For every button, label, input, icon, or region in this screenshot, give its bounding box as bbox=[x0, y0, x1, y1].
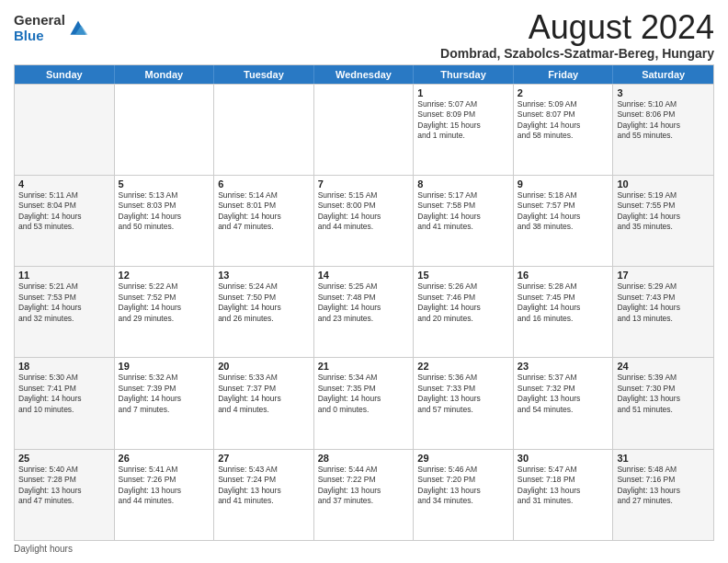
weekday-header: Wednesday bbox=[314, 65, 415, 84]
day-info: Sunrise: 5:48 AM Sunset: 7:16 PM Dayligh… bbox=[617, 465, 710, 507]
day-number: 6 bbox=[218, 178, 310, 190]
day-info: Sunrise: 5:14 AM Sunset: 8:01 PM Dayligh… bbox=[218, 190, 310, 233]
calendar-day-cell: 17Sunrise: 5:29 AM Sunset: 7:43 PM Dayli… bbox=[613, 267, 713, 357]
day-info: Sunrise: 5:44 AM Sunset: 7:22 PM Dayligh… bbox=[318, 465, 410, 507]
weekday-header: Monday bbox=[115, 65, 215, 84]
calendar-day-cell: 19Sunrise: 5:32 AM Sunset: 7:39 PM Dayli… bbox=[115, 358, 215, 448]
weekday-header: Thursday bbox=[414, 65, 514, 84]
day-info: Sunrise: 5:22 AM Sunset: 7:52 PM Dayligh… bbox=[119, 282, 210, 324]
calendar-day-cell: 26Sunrise: 5:41 AM Sunset: 7:26 PM Dayli… bbox=[115, 450, 215, 540]
weekday-header: Tuesday bbox=[214, 65, 314, 84]
calendar-day-cell: 29Sunrise: 5:46 AM Sunset: 7:20 PM Dayli… bbox=[414, 450, 514, 540]
page: General Blue August 2024 Dombrad, Szabol… bbox=[0, 0, 728, 563]
day-number: 5 bbox=[119, 178, 210, 190]
calendar-day-cell: 21Sunrise: 5:34 AM Sunset: 7:35 PM Dayli… bbox=[314, 358, 415, 448]
day-number: 30 bbox=[518, 453, 609, 464]
day-info: Sunrise: 5:18 AM Sunset: 7:57 PM Dayligh… bbox=[518, 190, 609, 233]
calendar-day-cell: 31Sunrise: 5:48 AM Sunset: 7:16 PM Dayli… bbox=[613, 450, 713, 540]
day-info: Sunrise: 5:29 AM Sunset: 7:43 PM Dayligh… bbox=[617, 282, 710, 324]
calendar-day-cell: 10Sunrise: 5:19 AM Sunset: 7:55 PM Dayli… bbox=[613, 176, 713, 266]
day-number: 27 bbox=[218, 453, 310, 464]
calendar-empty-cell bbox=[214, 85, 314, 175]
calendar-day-cell: 13Sunrise: 5:24 AM Sunset: 7:50 PM Dayli… bbox=[214, 267, 314, 357]
footer-note: Daylight hours bbox=[14, 541, 714, 554]
calendar-week-row: 18Sunrise: 5:30 AM Sunset: 7:41 PM Dayli… bbox=[15, 357, 713, 448]
day-info: Sunrise: 5:32 AM Sunset: 7:39 PM Dayligh… bbox=[119, 373, 210, 415]
day-number: 15 bbox=[417, 270, 509, 281]
day-info: Sunrise: 5:47 AM Sunset: 7:18 PM Dayligh… bbox=[518, 465, 609, 507]
calendar-header: SundayMondayTuesdayWednesdayThursdayFrid… bbox=[15, 65, 713, 84]
calendar-day-cell: 18Sunrise: 5:30 AM Sunset: 7:41 PM Dayli… bbox=[15, 358, 115, 448]
calendar-day-cell: 28Sunrise: 5:44 AM Sunset: 7:22 PM Dayli… bbox=[314, 450, 415, 540]
day-number: 7 bbox=[318, 178, 410, 190]
day-info: Sunrise: 5:26 AM Sunset: 7:46 PM Dayligh… bbox=[417, 282, 509, 324]
calendar-day-cell: 6Sunrise: 5:14 AM Sunset: 8:01 PM Daylig… bbox=[214, 176, 314, 266]
weekday-header: Sunday bbox=[15, 65, 115, 84]
day-info: Sunrise: 5:39 AM Sunset: 7:30 PM Dayligh… bbox=[617, 373, 710, 415]
day-number: 9 bbox=[518, 178, 609, 190]
day-info: Sunrise: 5:10 AM Sunset: 8:06 PM Dayligh… bbox=[617, 99, 710, 142]
calendar-day-cell: 16Sunrise: 5:28 AM Sunset: 7:45 PM Dayli… bbox=[514, 267, 614, 357]
day-number: 21 bbox=[318, 361, 410, 372]
day-number: 13 bbox=[218, 270, 310, 281]
day-info: Sunrise: 5:09 AM Sunset: 8:07 PM Dayligh… bbox=[518, 99, 609, 142]
calendar-day-cell: 23Sunrise: 5:37 AM Sunset: 7:32 PM Dayli… bbox=[514, 358, 614, 448]
logo: General Blue bbox=[14, 13, 89, 43]
day-info: Sunrise: 5:33 AM Sunset: 7:37 PM Dayligh… bbox=[218, 373, 310, 415]
calendar-day-cell: 15Sunrise: 5:26 AM Sunset: 7:46 PM Dayli… bbox=[414, 267, 514, 357]
calendar-week-row: 1Sunrise: 5:07 AM Sunset: 8:09 PM Daylig… bbox=[15, 84, 713, 175]
day-info: Sunrise: 5:24 AM Sunset: 7:50 PM Dayligh… bbox=[218, 282, 310, 324]
day-number: 14 bbox=[318, 270, 410, 281]
day-number: 28 bbox=[318, 453, 410, 464]
calendar-day-cell: 27Sunrise: 5:43 AM Sunset: 7:24 PM Dayli… bbox=[214, 450, 314, 540]
day-number: 31 bbox=[617, 453, 710, 464]
calendar-day-cell: 24Sunrise: 5:39 AM Sunset: 7:30 PM Dayli… bbox=[613, 358, 713, 448]
calendar-day-cell: 9Sunrise: 5:18 AM Sunset: 7:57 PM Daylig… bbox=[514, 176, 614, 266]
day-number: 12 bbox=[119, 270, 210, 281]
day-info: Sunrise: 5:15 AM Sunset: 8:00 PM Dayligh… bbox=[318, 190, 410, 233]
main-title: August 2024 bbox=[440, 9, 714, 46]
weekday-header: Friday bbox=[514, 65, 614, 84]
day-number: 3 bbox=[617, 87, 710, 98]
calendar-day-cell: 25Sunrise: 5:40 AM Sunset: 7:28 PM Dayli… bbox=[15, 450, 115, 540]
title-block: August 2024 Dombrad, Szabolcs-Szatmar-Be… bbox=[440, 9, 714, 61]
day-number: 29 bbox=[417, 453, 509, 464]
calendar-body: 1Sunrise: 5:07 AM Sunset: 8:09 PM Daylig… bbox=[15, 84, 713, 540]
day-number: 23 bbox=[518, 361, 609, 372]
day-info: Sunrise: 5:19 AM Sunset: 7:55 PM Dayligh… bbox=[617, 190, 710, 233]
calendar-empty-cell bbox=[314, 85, 415, 175]
day-info: Sunrise: 5:13 AM Sunset: 8:03 PM Dayligh… bbox=[119, 190, 210, 233]
calendar-day-cell: 1Sunrise: 5:07 AM Sunset: 8:09 PM Daylig… bbox=[414, 85, 514, 175]
calendar-day-cell: 30Sunrise: 5:47 AM Sunset: 7:18 PM Dayli… bbox=[514, 450, 614, 540]
day-number: 24 bbox=[617, 361, 710, 372]
calendar-day-cell: 14Sunrise: 5:25 AM Sunset: 7:48 PM Dayli… bbox=[314, 267, 415, 357]
day-number: 17 bbox=[617, 270, 710, 281]
calendar-week-row: 25Sunrise: 5:40 AM Sunset: 7:28 PM Dayli… bbox=[15, 449, 713, 540]
day-info: Sunrise: 5:28 AM Sunset: 7:45 PM Dayligh… bbox=[518, 282, 609, 324]
day-info: Sunrise: 5:36 AM Sunset: 7:33 PM Dayligh… bbox=[417, 373, 509, 415]
calendar-day-cell: 2Sunrise: 5:09 AM Sunset: 8:07 PM Daylig… bbox=[514, 85, 614, 175]
day-info: Sunrise: 5:17 AM Sunset: 7:58 PM Dayligh… bbox=[417, 190, 509, 233]
day-info: Sunrise: 5:40 AM Sunset: 7:28 PM Dayligh… bbox=[18, 465, 110, 507]
day-number: 25 bbox=[18, 453, 110, 464]
calendar-week-row: 11Sunrise: 5:21 AM Sunset: 7:53 PM Dayli… bbox=[15, 266, 713, 357]
day-number: 1 bbox=[417, 87, 509, 98]
day-info: Sunrise: 5:11 AM Sunset: 8:04 PM Dayligh… bbox=[18, 190, 110, 233]
calendar-day-cell: 5Sunrise: 5:13 AM Sunset: 8:03 PM Daylig… bbox=[115, 176, 215, 266]
day-number: 11 bbox=[18, 270, 110, 281]
subtitle: Dombrad, Szabolcs-Szatmar-Bereg, Hungary bbox=[440, 46, 714, 61]
day-number: 8 bbox=[417, 178, 509, 190]
day-number: 18 bbox=[18, 361, 110, 372]
day-info: Sunrise: 5:41 AM Sunset: 7:26 PM Dayligh… bbox=[119, 465, 210, 507]
day-number: 2 bbox=[518, 87, 609, 98]
header: General Blue August 2024 Dombrad, Szabol… bbox=[14, 9, 714, 61]
logo-icon bbox=[67, 17, 89, 40]
calendar-empty-cell bbox=[115, 85, 215, 175]
day-info: Sunrise: 5:34 AM Sunset: 7:35 PM Dayligh… bbox=[318, 373, 410, 415]
logo-general: General bbox=[14, 13, 65, 29]
day-number: 20 bbox=[218, 361, 310, 372]
calendar-day-cell: 8Sunrise: 5:17 AM Sunset: 7:58 PM Daylig… bbox=[414, 176, 514, 266]
day-info: Sunrise: 5:07 AM Sunset: 8:09 PM Dayligh… bbox=[417, 99, 509, 142]
day-number: 16 bbox=[518, 270, 609, 281]
day-number: 22 bbox=[417, 361, 509, 372]
